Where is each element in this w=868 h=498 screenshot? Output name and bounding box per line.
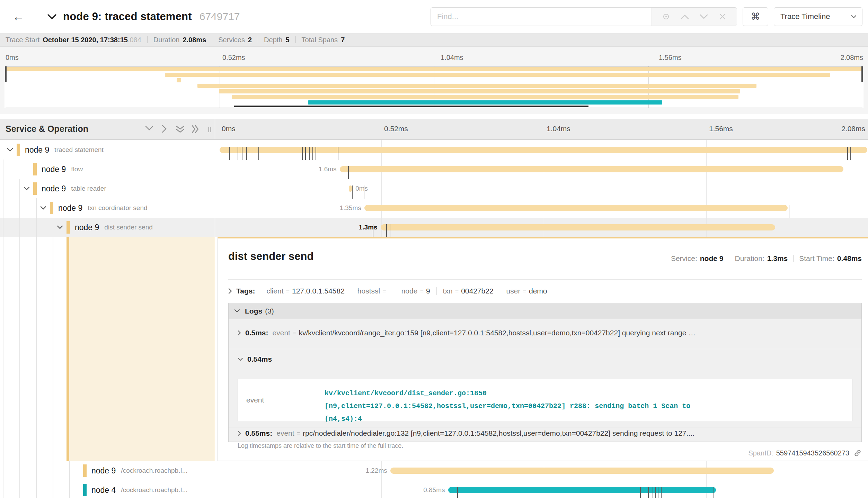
span-row-traced-statement[interactable]: node 9 traced statement [0,140,868,160]
span-row-flow[interactable]: node 9 flow 1.6ms [0,160,868,179]
span-track: 1.6ms [219,160,868,179]
expand-one-icon[interactable] [161,124,167,133]
span-bar[interactable]: 0ms [349,185,352,192]
span-row-txn-coordinator-send[interactable]: node 9 txn coordinator send 1.35ms [0,198,868,218]
service-color-bar [50,202,53,214]
span-row-table-reader[interactable]: node 9 table reader 0ms [0,179,868,198]
chevron-down-icon[interactable] [57,225,63,229]
chevron-down-icon[interactable] [7,148,13,152]
ruler-tick-1: 0.52ms [384,125,408,133]
deep-link-icon[interactable] [853,449,862,457]
log-entry-3[interactable]: 0.55ms: event = rpc/nodedialer/nodediale… [238,429,853,437]
span-id-row: SpanID: 5597415943526560273 [748,449,862,457]
log-entry-2[interactable]: 0.54ms [238,355,853,363]
total-spans-value: 7 [341,36,345,44]
span-duration-label: 1.6ms [319,165,337,173]
span-name-cell[interactable]: node 9 traced statement [0,140,215,160]
span-bar[interactable]: 1.35ms [364,205,788,211]
chevron-down-icon[interactable] [40,206,46,210]
page-title: node 9: traced statement [63,10,192,23]
minimap-canvas[interactable] [5,66,863,108]
service-name: node 9 [25,145,49,155]
find-controls [652,8,737,26]
span-duration-label: 0.85ms [423,486,445,494]
logs-count: (3) [265,307,274,315]
collapse-trace-chevron-icon[interactable] [47,14,57,20]
back-arrow-icon: ← [12,10,24,24]
minimap-bar [6,67,862,71]
log-field-value: rpc/nodedialer/nodedialer.go:132 [n9,cli… [303,429,694,437]
minimap-left-scrubber[interactable] [5,66,7,82]
service-label: Service: [671,254,697,263]
span-row-roachpb-node9[interactable]: node 9 /cockroach.roachpb.I... 1.22ms [0,461,868,480]
span-row-dist-sender-send[interactable]: node 9 dist sender send 1.3ms [0,218,868,237]
span-name-cell[interactable]: node 9 dist sender send [0,218,215,237]
span-id-value: 5597415943526560273 [776,449,849,457]
clear-find-icon[interactable] [717,11,728,22]
span-name-cell[interactable]: node 9 table reader [0,179,215,198]
column-divider[interactable] [215,119,215,498]
trace-title-row[interactable]: node 9: traced statement 6749717 [47,0,240,33]
service-color-bar [33,163,37,175]
ruler-tick-2: 1.04ms [547,125,570,133]
span-name-cell[interactable]: node 9 txn coordinator send [0,198,215,218]
detail-color-accent [67,237,69,461]
detail-span-title[interactable]: dist sender send [228,250,313,263]
column-resize-grip[interactable] [208,127,209,132]
span-name-cell[interactable]: node 4 /cockroach.roachpb.I... [0,480,215,498]
span-track [219,140,868,160]
back-button[interactable]: ← [0,0,37,33]
duration-value: 2.08ms [183,36,206,44]
locate-icon[interactable] [660,11,672,22]
log-field-key: event [238,379,325,421]
keyboard-shortcuts-button[interactable]: ⌘ [743,7,768,26]
expand-all-icon[interactable] [191,125,200,134]
prev-match-icon[interactable] [679,11,691,22]
next-match-icon[interactable] [698,11,710,22]
chevron-down-icon[interactable] [24,187,30,190]
span-name-cell[interactable]: node 9 /cockroach.roachpb.I... [0,461,215,480]
span-track: 0.85ms [219,480,868,498]
span-duration-label: 1.35ms [339,204,361,212]
tags-label: Tags: [236,287,255,295]
chevron-right-icon [238,431,241,436]
minimap-bar [177,78,181,82]
span-name-cell[interactable]: node 9 flow [0,160,215,179]
log-entry-1[interactable]: 0.5ms: event = kv/kvclient/kvcoord/range… [238,329,853,337]
span-duration-label: 1.22ms [365,467,387,474]
log-timestamp: 0.55ms: [245,429,272,437]
span-bar[interactable]: 1.22ms [390,468,774,474]
detail-left-fill [69,237,215,461]
minimap-viewport-indicator[interactable] [234,106,588,107]
chevron-down-icon [238,357,243,361]
tags-toggle-row[interactable]: Tags: client=127.0.0.1:54582 hostssl= no… [228,287,553,295]
tag-hostssl: hostssl= [351,287,395,295]
log-keyvalue-table: event kv/kvclient/kvcoord/dist_sender.go… [238,379,852,421]
span-duration-label: 1.3ms [359,224,378,231]
tag-client: client=127.0.0.1:54582 [260,287,351,295]
span-bar[interactable]: 1.3ms [381,224,775,230]
collapse-all-icon[interactable] [175,125,185,134]
trace-summary-bar: Trace Start October 15 2020, 17:38:15 .0… [0,33,868,47]
service-color-bar [17,144,20,156]
find-input[interactable] [431,8,652,26]
minimap-tick-3: 1.56ms [659,54,682,62]
span-bar[interactable]: 1.6ms [340,166,843,172]
minimap-bar [197,84,756,88]
logs-header[interactable]: Logs (3) [229,303,861,319]
span-bar[interactable]: 0.85ms [448,487,716,493]
operation-name: flow [71,165,83,173]
trace-view-select[interactable]: Trace Timeline [774,7,862,26]
operation-name: dist sender send [104,224,152,231]
service-name: node 9 [75,223,99,232]
trace-start-label: Trace Start [6,36,39,44]
span-row-roachpb-node4[interactable]: node 4 /cockroach.roachpb.I... 0.85ms [0,480,868,498]
span-track: 1.22ms [219,461,868,480]
span-bar[interactable] [220,147,867,153]
find-box [431,7,737,26]
service-name: node 4 [91,486,116,495]
column-resize-grip[interactable] [210,127,211,132]
minimap-right-scrubber[interactable] [861,66,863,82]
service-operation-header: Service & Operation [6,124,88,134]
collapse-one-icon[interactable] [145,125,154,131]
